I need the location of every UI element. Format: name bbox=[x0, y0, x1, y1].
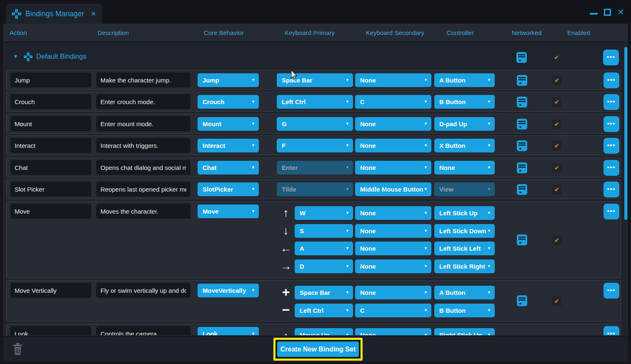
enabled-checkbox[interactable]: ✔ bbox=[552, 163, 562, 173]
keyboard-secondary-dropdown[interactable]: None▼ bbox=[355, 224, 431, 238]
keyboard-primary-dropdown[interactable]: Space Bar▼ bbox=[295, 286, 353, 299]
controller-dropdown[interactable]: X Button▼ bbox=[434, 139, 495, 152]
enabled-checkbox[interactable]: ✔ bbox=[552, 75, 562, 85]
core-behavior-dropdown[interactable]: Chat▼ bbox=[198, 161, 259, 175]
enabled-checkbox[interactable]: ✔ bbox=[552, 184, 562, 194]
keyboard-secondary-dropdown[interactable]: C▼ bbox=[355, 95, 431, 109]
controller-dropdown[interactable]: Left Stick Left▼ bbox=[434, 242, 495, 255]
networked-icon[interactable] bbox=[517, 184, 527, 195]
keyboard-secondary-dropdown[interactable]: C▼ bbox=[355, 304, 431, 317]
more-options-button[interactable]: ••• bbox=[603, 138, 619, 154]
controller-dropdown[interactable]: A Button▼ bbox=[434, 286, 495, 299]
enabled-checkbox[interactable]: ✔ bbox=[552, 119, 562, 129]
description-field[interactable] bbox=[96, 72, 191, 88]
keyboard-secondary-dropdown[interactable]: None▼ bbox=[355, 161, 431, 175]
networked-icon[interactable] bbox=[517, 97, 527, 107]
tab-close-icon[interactable]: ✕ bbox=[91, 10, 96, 17]
keyboard-primary-dropdown[interactable]: G▼ bbox=[277, 117, 353, 131]
vertical-scrollbar[interactable] bbox=[624, 47, 627, 220]
column-header-keyboard-secondary: Keyboard Secondary bbox=[366, 29, 424, 36]
controller-dropdown[interactable]: A Button▼ bbox=[434, 73, 495, 87]
more-options-button[interactable]: ••• bbox=[603, 182, 619, 197]
keyboard-secondary-dropdown[interactable]: None▼ bbox=[355, 286, 431, 299]
minimize-icon[interactable] bbox=[590, 13, 598, 15]
more-options-button[interactable]: ••• bbox=[603, 50, 619, 65]
core-behavior-dropdown[interactable]: Interact▼ bbox=[198, 139, 259, 152]
enabled-checkbox[interactable]: ✔ bbox=[551, 52, 561, 62]
binding-row-slot-picker: SlotPicker▼ Tilde▼ Middle Mouse Button▼ … bbox=[6, 179, 621, 199]
description-field[interactable] bbox=[96, 94, 191, 110]
keyboard-secondary-dropdown[interactable]: None▼ bbox=[355, 242, 431, 255]
controller-dropdown[interactable]: D-pad Up▼ bbox=[434, 117, 495, 131]
networked-icon[interactable] bbox=[517, 295, 527, 306]
controller-dropdown[interactable]: Left Stick Up▼ bbox=[434, 206, 495, 220]
enabled-checkbox[interactable]: ✔ bbox=[552, 97, 562, 107]
window-controls: ✕ bbox=[590, 8, 624, 16]
more-options-button[interactable]: ••• bbox=[603, 116, 619, 132]
keyboard-secondary-dropdown[interactable]: None▼ bbox=[355, 259, 431, 273]
look-up-subrow: ▲ Mouse Up▼ None▼ Right Stick Up▼ bbox=[7, 328, 621, 336]
action-field[interactable] bbox=[10, 181, 92, 197]
keyboard-secondary-dropdown[interactable]: None▼ bbox=[355, 328, 431, 336]
more-options-button[interactable]: ••• bbox=[603, 72, 619, 88]
action-field[interactable] bbox=[10, 94, 92, 110]
keyboard-primary-dropdown[interactable]: A▼ bbox=[295, 242, 353, 255]
more-options-button[interactable]: ••• bbox=[603, 160, 619, 176]
controller-dropdown[interactable]: B Button▼ bbox=[434, 304, 495, 317]
move-vertically-down-subrow: − Left Ctrl▼ C▼ B Button▼ bbox=[7, 304, 621, 317]
core-behavior-dropdown[interactable]: Mount▼ bbox=[198, 117, 259, 131]
delete-binding-set-icon[interactable] bbox=[13, 343, 23, 355]
enabled-checkbox[interactable]: ✔ bbox=[552, 141, 562, 151]
more-options-button[interactable]: ••• bbox=[603, 283, 619, 299]
action-field[interactable] bbox=[10, 116, 92, 132]
networked-icon[interactable] bbox=[517, 162, 527, 173]
enabled-checkbox[interactable]: ✔ bbox=[552, 296, 562, 306]
keyboard-secondary-dropdown[interactable]: None▼ bbox=[355, 139, 431, 152]
keyboard-primary-dropdown[interactable]: S▼ bbox=[295, 224, 353, 238]
more-options-button[interactable]: ••• bbox=[603, 204, 619, 219]
controller-dropdown[interactable]: Right Stick Up▼ bbox=[434, 328, 495, 336]
bindings-manager-icon bbox=[12, 9, 21, 19]
networked-icon[interactable] bbox=[516, 52, 527, 63]
controller-dropdown[interactable]: B Button▼ bbox=[434, 95, 495, 109]
description-field[interactable] bbox=[96, 181, 191, 197]
networked-icon[interactable] bbox=[517, 140, 527, 151]
networked-icon[interactable] bbox=[517, 234, 527, 245]
keyboard-primary-dropdown[interactable]: Left Ctrl▼ bbox=[277, 95, 353, 109]
maximize-icon[interactable] bbox=[604, 9, 611, 16]
keyboard-primary-dropdown[interactable]: D▼ bbox=[295, 259, 353, 273]
core-behavior-dropdown[interactable]: SlotPicker▼ bbox=[198, 182, 259, 196]
binding-row-move-vertically: MoveVertically▼ + Space Bar▼ None▼ A But… bbox=[6, 280, 621, 322]
more-options-button[interactable]: ••• bbox=[603, 94, 619, 110]
more-options-button[interactable]: ••• bbox=[603, 326, 619, 336]
controller-dropdown[interactable]: Left Stick Down▼ bbox=[434, 224, 495, 238]
enabled-checkbox[interactable]: ✔ bbox=[552, 235, 562, 245]
controller-dropdown[interactable]: Left Stick Right▼ bbox=[434, 259, 495, 273]
create-new-binding-set-button[interactable]: Create New Binding Set bbox=[277, 342, 359, 357]
keyboard-secondary-dropdown[interactable]: Middle Mouse Button▼ bbox=[355, 182, 431, 196]
action-field[interactable] bbox=[10, 72, 92, 88]
close-icon[interactable]: ✕ bbox=[617, 8, 624, 16]
action-field[interactable] bbox=[10, 137, 92, 153]
check-icon: ✔ bbox=[554, 237, 560, 244]
keyboard-primary-dropdown[interactable]: W▼ bbox=[295, 206, 353, 220]
keyboard-secondary-dropdown[interactable]: None▼ bbox=[355, 73, 431, 87]
action-field[interactable] bbox=[10, 160, 92, 175]
keyboard-primary-dropdown[interactable]: Space Bar▼ bbox=[277, 73, 353, 87]
controller-dropdown[interactable]: None▼ bbox=[434, 161, 495, 175]
networked-icon[interactable] bbox=[517, 119, 527, 130]
description-field[interactable] bbox=[96, 160, 191, 175]
core-behavior-dropdown[interactable]: Jump▼ bbox=[198, 73, 259, 87]
keyboard-secondary-dropdown[interactable]: None▼ bbox=[355, 206, 431, 220]
tab-bindings-manager[interactable]: Bindings Manager ✕ bbox=[6, 4, 102, 24]
description-field[interactable] bbox=[96, 137, 191, 153]
keyboard-primary-dropdown[interactable]: Left Ctrl▼ bbox=[295, 304, 353, 317]
keyboard-secondary-dropdown[interactable]: None▼ bbox=[355, 117, 431, 131]
keyboard-primary-dropdown[interactable]: Mouse Up▼ bbox=[295, 328, 353, 336]
description-field[interactable] bbox=[96, 116, 191, 132]
collapse-caret-icon[interactable]: ▼ bbox=[13, 53, 18, 60]
keyboard-primary-dropdown[interactable]: F▼ bbox=[277, 139, 353, 152]
title-bar: Bindings Manager ✕ ✕ bbox=[0, 0, 631, 24]
networked-icon[interactable] bbox=[517, 75, 527, 86]
core-behavior-dropdown[interactable]: Crouch▼ bbox=[198, 95, 259, 109]
